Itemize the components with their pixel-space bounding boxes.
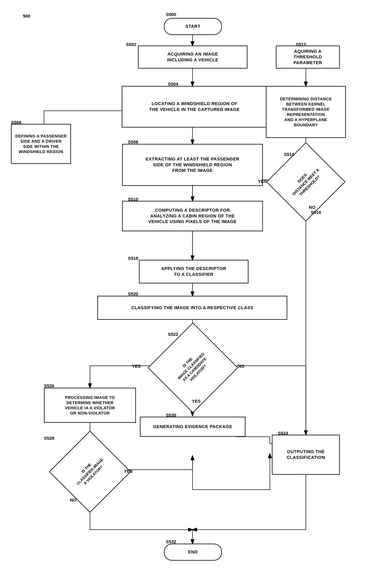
yes-label-s514: YES: [258, 179, 267, 184]
step-s506: S506: [128, 140, 138, 145]
diagram-label-500: 500: [23, 14, 30, 19]
node-s520: CLASSIFYING THE IMAGE INTO A RESPECTIVE …: [97, 296, 287, 320]
node-s504: LOCATING A WINDSHIELD REGION OFTHE VEHIC…: [122, 86, 267, 127]
node-s522-wrapper: IS THEIMAGE CLASSIFIEDAS A CANDIDATEVIOL…: [148, 336, 238, 400]
node-s518: APPLYING THE DESCRIPTORTO A CLASSIFIER: [139, 260, 249, 283]
step-s532: S532: [166, 539, 176, 545]
node-s526: PROCESSING IMAGE TODETERMINE WHETHERVEHI…: [44, 388, 136, 423]
step-s500: S500: [166, 12, 176, 17]
end-node: END: [164, 544, 222, 561]
node-s510: COMPUTING A DESCRIPTOR FORANALYZING A CA…: [122, 201, 263, 231]
step-s522: S522: [168, 332, 178, 337]
step-s502: S502: [126, 42, 136, 47]
flowchart-diagram: 500 START S500 ACQUIRING AN IMAGEINCLUDI…: [0, 0, 385, 588]
node-s512: AQUIRING ATHRESHOLDPARAMETER: [276, 45, 340, 68]
start-node: START: [164, 18, 222, 35]
no-label-s528: NO: [70, 498, 77, 503]
no-label-s514: NO: [309, 205, 315, 210]
step-s512: S512: [296, 42, 306, 47]
yes-label-s522: YES: [192, 399, 201, 404]
step-s518: S518: [128, 256, 138, 261]
node-s506: EXTRACTING AT LEAST THE PASSENGERSIDE OF…: [122, 144, 263, 186]
step-s510: S510: [128, 197, 138, 202]
step-s508: S508: [11, 120, 21, 125]
node-s512b: DETERMINING DISTANCEBETWEEN KERNELTRANSF…: [266, 86, 346, 138]
step-s504: S504: [168, 82, 178, 87]
node-s508: DEFINING A PASSENGERSIDE AND A DRIVERSID…: [11, 124, 71, 164]
step-s528: S528: [44, 436, 54, 441]
node-s530: GENERATING EVIDENCE PACKAGE: [140, 417, 245, 437]
step-s526: S526: [44, 383, 54, 389]
step-s530: S530: [166, 413, 176, 418]
step-s520: S520: [128, 291, 138, 297]
yes-label-s528: YES: [124, 469, 133, 474]
node-s528-wrapper: IS THECLASSIFIED IMAGEA VIOLATOR?: [44, 440, 136, 504]
step-s524: S524: [278, 431, 288, 436]
node-s514-wrapper: DOESDISTANCE MEET ATHRESHOLD?: [264, 156, 348, 208]
node-s524: OUTPUTING THECLASSIFICATION: [272, 435, 340, 475]
yes-label-s522-left: YES: [132, 364, 141, 369]
no-label-s522: NO: [238, 364, 244, 369]
step-s514: S514: [284, 152, 294, 157]
node-s502: ACQUIRING AN IMAGEINCLUDING A VEHICLE: [138, 45, 247, 68]
step-s516: S516: [311, 210, 321, 215]
